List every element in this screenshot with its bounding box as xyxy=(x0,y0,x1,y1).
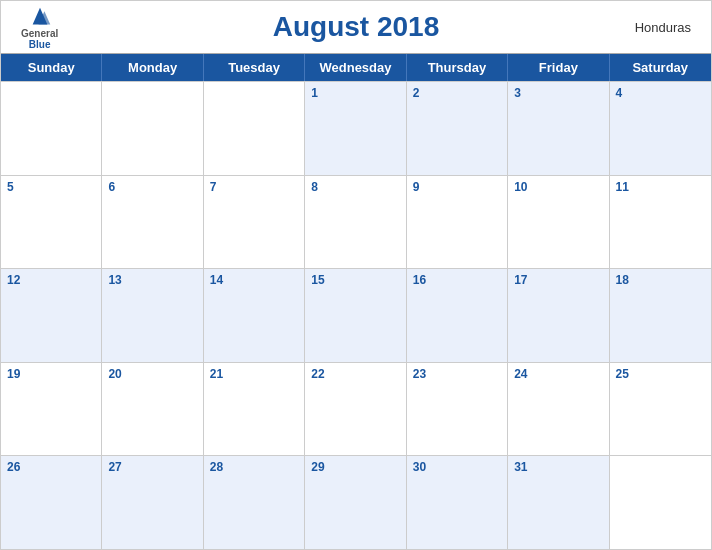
day-number: 24 xyxy=(514,367,527,381)
day-cell: 12 xyxy=(1,269,102,362)
day-cell: 4 xyxy=(610,82,711,175)
day-number: 27 xyxy=(108,460,121,474)
day-number: 2 xyxy=(413,86,420,100)
day-number: 5 xyxy=(7,180,14,194)
day-number: 19 xyxy=(7,367,20,381)
logo-text-general: General xyxy=(21,28,58,39)
country-label: Honduras xyxy=(635,20,691,35)
day-cell xyxy=(102,82,203,175)
calendar-grid: SundayMondayTuesdayWednesdayThursdayFrid… xyxy=(1,53,711,549)
weeks-container: 1234567891011121314151617181920212223242… xyxy=(1,81,711,549)
week-row-1: 1234 xyxy=(1,81,711,175)
day-cell: 13 xyxy=(102,269,203,362)
day-header-sunday: Sunday xyxy=(1,54,102,81)
day-number: 8 xyxy=(311,180,318,194)
day-header-thursday: Thursday xyxy=(407,54,508,81)
logo-area: General Blue xyxy=(21,4,58,50)
day-number: 11 xyxy=(616,180,629,194)
day-number: 22 xyxy=(311,367,324,381)
week-row-5: 262728293031 xyxy=(1,455,711,549)
day-header-saturday: Saturday xyxy=(610,54,711,81)
day-number: 12 xyxy=(7,273,20,287)
day-number: 17 xyxy=(514,273,527,287)
day-cell: 19 xyxy=(1,363,102,456)
day-number: 18 xyxy=(616,273,629,287)
day-cell: 23 xyxy=(407,363,508,456)
day-cell: 11 xyxy=(610,176,711,269)
day-number: 4 xyxy=(616,86,623,100)
day-cell: 10 xyxy=(508,176,609,269)
day-cell: 14 xyxy=(204,269,305,362)
day-number: 14 xyxy=(210,273,223,287)
day-number: 21 xyxy=(210,367,223,381)
day-cell: 17 xyxy=(508,269,609,362)
day-header-wednesday: Wednesday xyxy=(305,54,406,81)
calendar-title: August 2018 xyxy=(273,11,440,43)
day-cell: 1 xyxy=(305,82,406,175)
day-number: 25 xyxy=(616,367,629,381)
week-row-4: 19202122232425 xyxy=(1,362,711,456)
day-cell: 31 xyxy=(508,456,609,549)
day-number: 1 xyxy=(311,86,318,100)
day-cell: 22 xyxy=(305,363,406,456)
day-number: 23 xyxy=(413,367,426,381)
day-cell: 15 xyxy=(305,269,406,362)
day-cell xyxy=(610,456,711,549)
day-cell: 28 xyxy=(204,456,305,549)
day-cell: 21 xyxy=(204,363,305,456)
day-number: 16 xyxy=(413,273,426,287)
day-number: 6 xyxy=(108,180,115,194)
day-cell: 9 xyxy=(407,176,508,269)
day-cell: 3 xyxy=(508,82,609,175)
day-number: 3 xyxy=(514,86,521,100)
day-number: 29 xyxy=(311,460,324,474)
day-cell: 6 xyxy=(102,176,203,269)
day-cell: 30 xyxy=(407,456,508,549)
day-cell: 20 xyxy=(102,363,203,456)
day-number: 20 xyxy=(108,367,121,381)
day-number: 26 xyxy=(7,460,20,474)
day-cell xyxy=(204,82,305,175)
day-number: 9 xyxy=(413,180,420,194)
day-cell: 16 xyxy=(407,269,508,362)
day-cell: 7 xyxy=(204,176,305,269)
day-number: 10 xyxy=(514,180,527,194)
day-number: 7 xyxy=(210,180,217,194)
day-cell: 18 xyxy=(610,269,711,362)
week-row-3: 12131415161718 xyxy=(1,268,711,362)
day-cell: 5 xyxy=(1,176,102,269)
day-header-friday: Friday xyxy=(508,54,609,81)
calendar-header: General Blue August 2018 Honduras xyxy=(1,1,711,53)
day-header-tuesday: Tuesday xyxy=(204,54,305,81)
day-cell: 27 xyxy=(102,456,203,549)
day-cell: 26 xyxy=(1,456,102,549)
day-cell: 8 xyxy=(305,176,406,269)
day-cell: 2 xyxy=(407,82,508,175)
calendar-container: General Blue August 2018 Honduras Sunday… xyxy=(0,0,712,550)
logo-icon xyxy=(25,4,55,26)
week-row-2: 567891011 xyxy=(1,175,711,269)
logo-text-blue: Blue xyxy=(29,39,51,50)
day-number: 31 xyxy=(514,460,527,474)
day-number: 15 xyxy=(311,273,324,287)
day-cell: 29 xyxy=(305,456,406,549)
day-number: 13 xyxy=(108,273,121,287)
day-cell xyxy=(1,82,102,175)
day-headers: SundayMondayTuesdayWednesdayThursdayFrid… xyxy=(1,54,711,81)
day-cell: 24 xyxy=(508,363,609,456)
day-cell: 25 xyxy=(610,363,711,456)
day-number: 30 xyxy=(413,460,426,474)
day-number: 28 xyxy=(210,460,223,474)
day-header-monday: Monday xyxy=(102,54,203,81)
